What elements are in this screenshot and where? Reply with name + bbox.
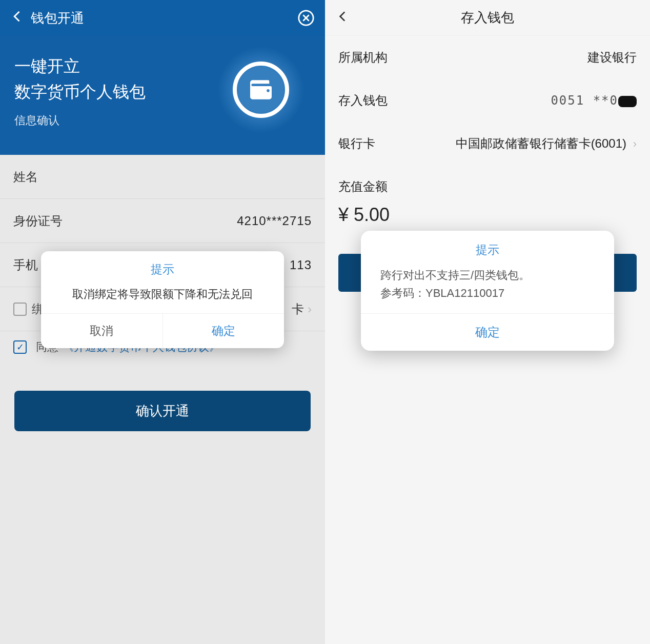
header: 钱包开通: [0, 0, 325, 36]
phone-tail: 113: [290, 258, 312, 272]
wallet-label: 存入钱包: [338, 92, 388, 109]
dialog-confirm-button[interactable]: 确定: [361, 313, 614, 351]
alert-dialog: 提示 跨行对出不支持三/四类钱包。 参考码：YBLA12110017 确定: [361, 231, 614, 351]
bind-checkbox[interactable]: [13, 303, 27, 316]
id-value: 4210***2715: [237, 214, 312, 228]
back-icon[interactable]: [336, 9, 350, 27]
chevron-right-icon: ›: [633, 137, 637, 150]
dialog-confirm-button[interactable]: 确定: [163, 314, 285, 348]
row-id[interactable]: 身份证号 4210***2715: [0, 199, 325, 243]
header: 存入钱包: [325, 0, 650, 36]
bind-tail: 卡: [292, 302, 304, 316]
alert-dialog: 提示 取消绑定将导致限额下降和无法兑回 取消 确定: [41, 251, 284, 348]
org-label: 所属机构: [338, 49, 388, 66]
hero: 一键开立 数字货币个人钱包 信息确认: [0, 36, 325, 155]
page-title: 钱包开通: [31, 9, 297, 27]
confirm-open-button[interactable]: 确认开通: [14, 391, 311, 431]
row-bank-card[interactable]: 银行卡 中国邮政储蓄银行储蓄卡(6001) ›: [325, 122, 650, 165]
bank-value: 中国邮政储蓄银行储蓄卡(6001): [456, 136, 626, 150]
row-org: 所属机构 建设银行: [325, 36, 650, 79]
redacted-icon: [618, 96, 637, 107]
dialog-cancel-button[interactable]: 取消: [41, 314, 163, 348]
back-icon[interactable]: [10, 9, 25, 28]
close-icon[interactable]: [297, 9, 315, 27]
agree-checkbox[interactable]: ✓: [13, 340, 27, 354]
screen-deposit: 存入钱包 所属机构 建设银行 存入钱包 0051 **0 银行卡 中国邮政储蓄银…: [325, 0, 650, 644]
dialog-title: 提示: [41, 251, 284, 284]
wallet-icon: [217, 46, 304, 133]
dialog-body: 跨行对出不支持三/四类钱包。 参考码：YBLA12110017: [361, 264, 614, 313]
row-deposit-wallet[interactable]: 存入钱包 0051 **0: [325, 79, 650, 122]
dialog-title: 提示: [361, 231, 614, 264]
wallet-value: 0051 **0: [551, 93, 618, 108]
dialog-actions: 取消 确定: [41, 313, 284, 348]
phone-label: 手机: [13, 257, 38, 273]
dialog-body-line2: 参考码：YBLA12110017: [380, 284, 595, 302]
chevron-right-icon: ›: [308, 302, 312, 316]
dialog-body: 取消绑定将导致限额下降和无法兑回: [41, 284, 284, 313]
dialog-body-line1: 跨行对出不支持三/四类钱包。: [380, 266, 595, 284]
name-label: 姓名: [13, 169, 38, 185]
row-name[interactable]: 姓名: [0, 155, 325, 199]
org-value: 建设银行: [587, 49, 637, 66]
screen-wallet-open: 钱包开通 一键开立 数字货币个人钱包 信息确认 姓名 身份证号 4210***2…: [0, 0, 325, 644]
page-title: 存入钱包: [461, 9, 514, 27]
id-label: 身份证号: [13, 213, 63, 229]
amount-label: 充值金额: [325, 165, 650, 199]
bank-label: 银行卡: [338, 135, 375, 152]
